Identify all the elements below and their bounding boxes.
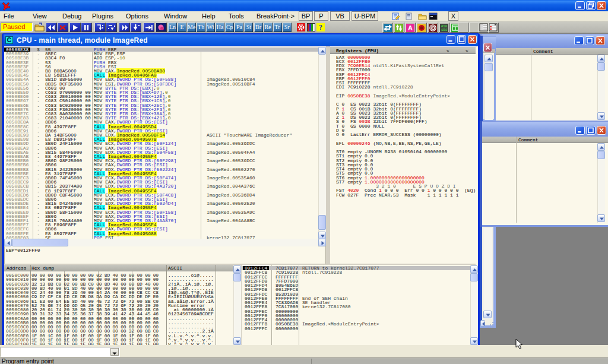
svg-text:101: 101 (441, 28, 448, 32)
svg-text:A: A (408, 24, 413, 31)
